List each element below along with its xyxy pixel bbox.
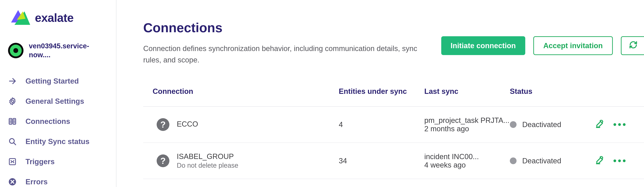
refresh-icon — [629, 41, 638, 51]
main: Connections Connection defines synchroni… — [116, 0, 644, 187]
dot-icon — [614, 123, 616, 126]
lastsync-cell: incident INC00... 4 weeks ago — [424, 152, 510, 169]
th-status: Status — [510, 87, 595, 96]
sidebar-item-entity-sync-status[interactable]: Entity Sync status — [8, 137, 108, 146]
svg-line-14 — [14, 143, 16, 145]
more-button[interactable] — [614, 123, 626, 126]
status-label: Deactivated — [522, 157, 561, 165]
th-entities: Entities under sync — [339, 87, 424, 96]
lastsync-time: 2 months ago — [424, 125, 510, 133]
help-icon[interactable]: ? — [157, 118, 170, 131]
accept-invitation-button[interactable]: Accept invitation — [533, 36, 613, 55]
page-subtitle: Connection defines synchronization behav… — [143, 43, 430, 66]
page-header: Connections Connection defines synchroni… — [143, 20, 644, 66]
table-row: ? ISABEL_GROUP Do not delete please 34 i… — [143, 143, 644, 179]
title-block: Connections Connection defines synchroni… — [143, 20, 430, 66]
connection-cell: ? ISABEL_GROUP Do not delete please — [152, 152, 339, 169]
connection-cell: ? ECCO — [152, 118, 339, 131]
account-block[interactable]: ven03945.service-now.... — [8, 42, 108, 59]
header-actions: Initiate connection Accept invitation — [441, 36, 644, 55]
sidebar-item-triggers[interactable]: Triggers — [8, 157, 108, 166]
lastsync-time: 4 weeks ago — [424, 161, 510, 169]
app-root: exalate ven03945.service-now.... Getting… — [0, 0, 644, 187]
more-button[interactable] — [614, 159, 626, 162]
row-actions — [595, 156, 644, 165]
status-cell: Deactivated — [510, 157, 595, 165]
status-cell: Deactivated — [510, 120, 595, 129]
search-icon — [8, 137, 17, 146]
sidebar-item-errors[interactable]: Errors — [8, 177, 108, 186]
sidebar: exalate ven03945.service-now.... Getting… — [0, 0, 116, 187]
page-title: Connections — [143, 20, 430, 35]
triggers-icon — [8, 157, 17, 166]
sidebar-item-label: General Settings — [26, 97, 84, 105]
edit-button[interactable] — [595, 120, 604, 129]
sidebar-item-label: Connections — [26, 117, 70, 126]
entities-cell: 34 — [339, 157, 424, 165]
refresh-button[interactable] — [621, 36, 644, 55]
avatar-icon — [8, 43, 24, 58]
logo: exalate — [8, 10, 108, 26]
sidebar-item-general-settings[interactable]: General Settings — [8, 97, 108, 106]
lastsync-title: incident INC00... — [424, 152, 510, 161]
connection-name: ECCO — [177, 120, 198, 128]
connection-desc: Do not delete please — [177, 162, 238, 169]
sidebar-item-label: Errors — [26, 177, 48, 186]
connections-icon — [8, 117, 17, 126]
help-icon[interactable]: ? — [157, 154, 170, 167]
th-lastsync: Last sync — [424, 87, 510, 96]
status-label: Deactivated — [522, 120, 561, 129]
sidebar-item-label: Triggers — [26, 157, 55, 166]
status-dot-icon — [510, 121, 516, 128]
dot-icon — [618, 159, 621, 162]
row-actions — [595, 120, 644, 129]
logo-mark-icon — [8, 10, 31, 26]
gear-icon — [8, 97, 17, 106]
dot-icon — [614, 159, 616, 162]
sidebar-item-getting-started[interactable]: Getting Started — [8, 77, 108, 85]
dot-icon — [623, 159, 626, 162]
account-label: ven03945.service-now.... — [29, 42, 103, 59]
arrow-right-icon — [8, 77, 17, 85]
connections-table: Connection Entities under sync Last sync… — [143, 87, 644, 179]
dot-icon — [618, 123, 621, 126]
lastsync-title: pm_project_task PRJTA... — [424, 116, 510, 125]
dot-icon — [623, 123, 626, 126]
error-icon — [8, 177, 17, 186]
table-header: Connection Entities under sync Last sync… — [143, 87, 644, 107]
table-row: ? ECCO 4 pm_project_task PRJTA... 2 mont… — [143, 107, 644, 143]
th-connection: Connection — [152, 87, 339, 96]
connection-name: ISABEL_GROUP — [177, 152, 238, 161]
logo-text: exalate — [35, 11, 74, 25]
lastsync-cell: pm_project_task PRJTA... 2 months ago — [424, 116, 510, 133]
edit-button[interactable] — [595, 156, 604, 165]
initiate-connection-button[interactable]: Initiate connection — [441, 36, 525, 55]
sidebar-item-label: Getting Started — [26, 77, 79, 85]
svg-point-4 — [11, 100, 14, 102]
sidebar-item-label: Entity Sync status — [26, 137, 90, 146]
sidebar-nav: Getting Started General Settings — [8, 77, 108, 186]
sidebar-item-connections[interactable]: Connections — [8, 117, 108, 126]
status-dot-icon — [510, 157, 516, 164]
entities-cell: 4 — [339, 120, 424, 129]
